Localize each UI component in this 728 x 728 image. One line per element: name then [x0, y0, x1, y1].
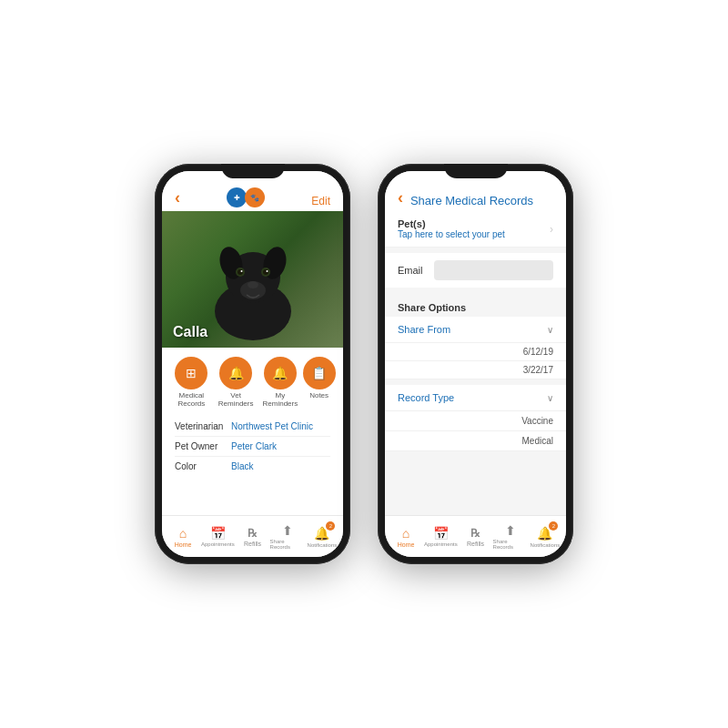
pets-field-sub: Tap here to select your pet: [398, 229, 505, 239]
share-from-section: Share From ∨ 6/12/19 3/22/17: [385, 317, 566, 379]
pet-info: Veterinarian Northwest Pet Clinic Pet Ow…: [162, 411, 343, 515]
medical-record: Medical: [385, 431, 566, 451]
pets-section: Pet(s) Tap here to select your pet ›: [385, 211, 566, 248]
notes-icon: 📋: [303, 357, 336, 389]
veterinarian-value[interactable]: Northwest Pet Clinic: [231, 421, 313, 431]
appointments2-label: Appointments: [424, 541, 458, 547]
email-input[interactable]: [434, 260, 553, 280]
nav2-appointments[interactable]: 📅 Appointments: [423, 526, 458, 547]
edit-button[interactable]: Edit: [311, 195, 330, 207]
notifications-label: Notifications: [308, 542, 338, 548]
svg-point-11: [266, 270, 268, 272]
veterinarian-row: Veterinarian Northwest Pet Clinic: [175, 417, 330, 437]
pet-owner-row: Pet Owner Peter Clark: [175, 437, 330, 457]
notification2-count: 2: [549, 521, 558, 531]
back-button[interactable]: ‹: [175, 188, 180, 207]
home2-icon: ⌂: [402, 526, 410, 541]
phone-1: ‹ ✚ 🐾 Edit: [155, 164, 350, 564]
logo-stethoscope-icon: ✚: [227, 187, 247, 207]
date-row-2: 3/22/17: [385, 361, 566, 379]
appointments-icon: 📅: [210, 526, 226, 541]
medical-records-icon: ⊞: [175, 357, 207, 389]
home-icon: ⌂: [179, 526, 187, 541]
date-2: 3/22/17: [398, 365, 553, 375]
action-icons: ⊞ Medical Records 🔔 Vet Reminders 🔔 My R…: [162, 348, 343, 411]
refills-label: Refills: [244, 541, 261, 547]
vet-reminders-icon: 🔔: [219, 357, 252, 389]
share-options-header: Share Options: [385, 293, 566, 317]
dog-image: [189, 216, 317, 348]
nav-refills[interactable]: ℞ Refills: [235, 527, 269, 547]
vaccine-record: Vaccine: [385, 411, 566, 431]
nav-notifications[interactable]: 🔔 2 Notifications: [305, 525, 339, 548]
my-reminders-icon: 🔔: [264, 357, 297, 389]
phone-1-screen: ‹ ✚ 🐾 Edit: [162, 171, 343, 557]
nav2-notifications[interactable]: 🔔 2 Notifications: [528, 525, 562, 548]
share-from-row[interactable]: Share From ∨: [385, 317, 566, 343]
nav-appointments[interactable]: 📅 Appointments: [200, 526, 235, 547]
logo-paw-icon: 🐾: [245, 187, 265, 207]
pets-row[interactable]: Pet(s) Tap here to select your pet ›: [385, 211, 566, 248]
email-field-label: Email: [398, 265, 427, 276]
nav-home[interactable]: ⌂ Home: [166, 526, 200, 548]
date-1: 6/12/19: [398, 347, 553, 357]
nav-share-records[interactable]: ⬆ Share Records: [270, 523, 305, 550]
svg-point-10: [263, 269, 268, 275]
notifications2-label: Notifications: [531, 542, 561, 548]
notification-count: 2: [326, 521, 335, 531]
color-row: Color Black: [175, 457, 330, 476]
share-form: Pet(s) Tap here to select your pet › Ema…: [385, 211, 566, 515]
record-type-row[interactable]: Record Type ∨: [385, 385, 566, 411]
vet-reminders-label: Vet Reminders: [214, 391, 258, 408]
pets-info: Pet(s) Tap here to select your pet: [398, 218, 505, 239]
date-row-1: 6/12/19: [385, 343, 566, 361]
share-options-label: Share Options: [398, 302, 466, 313]
notifications2-badge-container: 🔔 2: [537, 525, 552, 541]
bottom-nav-2: ⌂ Home 📅 Appointments ℞ Refills ⬆ Share …: [385, 515, 566, 557]
nav2-home[interactable]: ⌂ Home: [389, 526, 423, 548]
phone-2: ‹ Share Medical Records Pet(s) Tap here …: [378, 164, 573, 564]
notes-label: Notes: [309, 391, 329, 399]
pets-chevron-icon: ›: [550, 223, 553, 236]
notifications-badge-container: 🔔 2: [314, 525, 329, 541]
notes-action[interactable]: 📋 Notes: [303, 357, 336, 408]
svg-point-5: [248, 281, 258, 288]
home-label: Home: [175, 541, 192, 548]
veterinarian-label: Veterinarian: [175, 421, 231, 431]
notch-1: [221, 164, 285, 178]
share-records-icon: ⬆: [282, 523, 293, 538]
nav2-refills[interactable]: ℞ Refills: [458, 527, 492, 547]
record-type-label: Record Type: [398, 392, 454, 403]
medical-records-label: Medical Records: [169, 391, 213, 408]
share2-label: Share Records: [493, 539, 528, 550]
share-records-label: Share Records: [270, 539, 305, 550]
medical-records-action[interactable]: ⊞ Medical Records: [169, 357, 213, 408]
email-row: Email: [385, 253, 566, 288]
vaccine-label: Vaccine: [398, 416, 553, 426]
bottom-nav-1: ⌂ Home 📅 Appointments ℞ Refills ⬆ Share …: [162, 515, 343, 557]
home2-label: Home: [398, 541, 415, 548]
nav2-share-records[interactable]: ⬆ Share Records: [493, 523, 528, 550]
share-from-label: Share From: [398, 324, 450, 335]
pet-owner-value[interactable]: Peter Clark: [231, 441, 277, 451]
pets-field-label: Pet(s): [398, 218, 505, 229]
my-reminders-label: My Reminders: [258, 391, 302, 408]
svg-point-8: [240, 270, 242, 272]
app-logo: ✚ 🐾: [227, 187, 265, 207]
record-type-section: Record Type ∨ Vaccine Medical: [385, 385, 566, 451]
appointments2-icon: 📅: [433, 526, 449, 541]
notch-2: [444, 164, 508, 178]
pet-name: Calla: [173, 324, 207, 340]
my-reminders-action[interactable]: 🔔 My Reminders: [258, 357, 302, 408]
pet-photo: Calla: [162, 211, 343, 348]
phone-2-screen: ‹ Share Medical Records Pet(s) Tap here …: [385, 171, 566, 557]
svg-point-7: [238, 269, 243, 275]
vet-reminders-action[interactable]: 🔔 Vet Reminders: [214, 357, 258, 408]
medical-label: Medical: [398, 436, 553, 446]
refills2-label: Refills: [467, 541, 484, 547]
refills2-icon: ℞: [470, 527, 480, 540]
share-title: Share Medical Records: [403, 194, 541, 207]
color-label: Color: [175, 461, 231, 471]
share2-icon: ⬆: [505, 523, 516, 538]
scene: ‹ ✚ 🐾 Edit: [155, 164, 573, 564]
